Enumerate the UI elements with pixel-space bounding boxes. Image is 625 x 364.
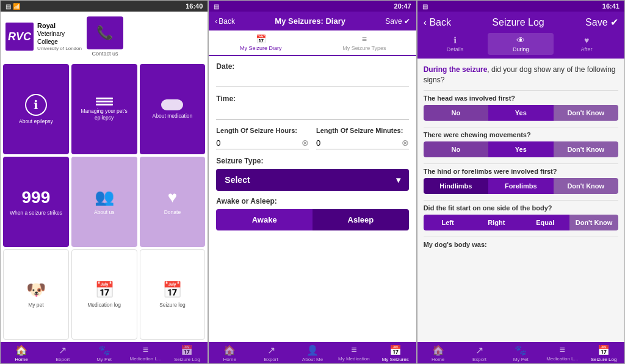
med-nav-label-1: Medication L... [129, 356, 161, 362]
hours-field: Length Of Seizure Hours: 0 ⊗ [216, 127, 309, 149]
during-tab-icon: 👁 [516, 35, 525, 45]
minutes-value: 0 [316, 138, 402, 148]
home-header: RVC Royal Veterinary College University … [1, 12, 208, 62]
nav-export-1[interactable]: ↗ Export [42, 344, 84, 362]
during-tab-label: During [513, 46, 529, 52]
q1-text: The head was involved first? [424, 95, 618, 102]
separator-4 [424, 237, 618, 237]
q3-dk-btn[interactable]: Don't Know [554, 178, 618, 194]
separator-0 [424, 90, 618, 91]
bottom-nav-3: 🏠 Home ↗ Export 🐾 My Pet ≡ Medication L.… [417, 342, 624, 363]
grid-item-seizure-log[interactable]: 📅 Seizure log [140, 249, 206, 340]
seizure-type-dropdown[interactable]: Select ▾ [216, 169, 408, 191]
diary-header: ‹ Back My Seizures: Diary Save ✔ [209, 12, 416, 30]
emergency-number: 999 [22, 188, 51, 207]
q2-no-btn[interactable]: No [424, 141, 488, 157]
q4-equal-btn[interactable]: Equal [521, 215, 569, 230]
awake-button[interactable]: Awake [216, 209, 312, 230]
pet-nav-label-1: My Pet [96, 357, 112, 362]
save-button-3[interactable]: Save ✔ [585, 16, 618, 28]
tab-details[interactable]: ℹ Details [422, 33, 488, 55]
med-cal-icon: 📅 [95, 280, 114, 299]
contact-label: Contact us [92, 51, 118, 57]
about-me-nav-icon-2: 👤 [306, 344, 319, 356]
grid-item-managing[interactable]: Managing your pet's epilepsy [71, 64, 137, 154]
q1-no-btn[interactable]: No [424, 105, 488, 121]
back-arrow-3: ‹ [424, 17, 427, 27]
diary-tab-label: My Seizure Diary [240, 45, 282, 51]
dog-icon: 🐶 [26, 280, 46, 299]
time-label: Time: [216, 95, 408, 103]
diary-tab-icon: 📅 [256, 34, 266, 44]
grid-item-med-log[interactable]: 📅 Medication log [71, 249, 137, 340]
date-label: Date: [216, 62, 408, 71]
nav-my-pet-3[interactable]: 🐾 My Pet [500, 344, 541, 362]
nav-export-3[interactable]: ↗ Export [459, 344, 500, 362]
nav-med-log-3[interactable]: ≡ Medication L... [541, 344, 583, 362]
question-chewing: There were chewing movements? No Yes Don… [424, 131, 618, 157]
pet-nav-icon-1: 🐾 [98, 344, 110, 356]
minutes-field: Length Of Seizure Minutes: 0 ⊗ [316, 127, 409, 149]
grid-item-my-pet[interactable]: 🐶 My pet [3, 249, 69, 340]
q3-answers: Hindlimbs Forelimbs Don't Know [424, 178, 618, 194]
tab-my-seizure-types[interactable]: ≡ My Seizure Types [312, 30, 416, 55]
grid-item-about-epilepsy[interactable]: ℹ About epilepsy [3, 64, 69, 154]
q1-yes-btn[interactable]: Yes [488, 105, 553, 121]
log-intro: During the seizure, did your dog show an… [424, 65, 618, 85]
hours-clear-btn[interactable]: ⊗ [302, 138, 309, 148]
q4-right-btn[interactable]: Right [472, 215, 521, 230]
grid-item-medication[interactable]: About medication [140, 64, 206, 154]
asleep-button[interactable]: Asleep [312, 209, 409, 230]
battery-icon-2: ▤ [214, 3, 219, 10]
diary-tabs: 📅 My Seizure Diary ≡ My Seizure Types [209, 30, 416, 56]
tab-after[interactable]: ♥ After [554, 33, 620, 55]
separator-3 [424, 200, 618, 201]
nav-my-pet-1[interactable]: 🐾 My Pet [84, 344, 125, 362]
nav-export-2[interactable]: ↗ Export [250, 344, 292, 362]
q2-dk-btn[interactable]: Don't Know [554, 141, 618, 157]
screen-seizure-log: ▤ 16:41 ‹ Back Seizure Log Save ✔ ℹ Deta… [417, 0, 625, 364]
signal-icon: 📶 [13, 3, 20, 10]
back-button-3[interactable]: ‹ Back [424, 17, 451, 28]
date-input[interactable] [216, 73, 408, 87]
nav-about-me-2[interactable]: 👤 About Me [292, 344, 333, 362]
nav-home-1[interactable]: 🏠 Home [1, 344, 42, 362]
contact-button[interactable]: 📞 [87, 16, 123, 49]
minutes-clear-btn[interactable]: ⊗ [402, 138, 409, 148]
q4-dk-btn[interactable]: Don't Know [569, 215, 618, 230]
time-input[interactable] [216, 105, 408, 120]
q3-forelimbs-btn[interactable]: Forelimbs [488, 178, 553, 194]
export-nav-label-3: Export [472, 357, 486, 362]
details-tab-label: Details [447, 46, 464, 52]
hours-value: 0 [216, 138, 302, 148]
grid-item-donate[interactable]: ♥ Donate [140, 157, 206, 247]
bottom-nav-1: 🏠 Home ↗ Export 🐾 My Pet ≡ Medication L.… [1, 342, 208, 363]
nav-my-seizures-2[interactable]: 📅 My Seizures [375, 344, 416, 362]
grid-item-about-us[interactable]: 👥 About us [71, 157, 137, 247]
list-icon [96, 98, 113, 105]
nav-seizure-1[interactable]: 📅 Seizure Log [166, 344, 208, 362]
rvc-logo: RVC Royal Veterinary College University … [5, 21, 82, 52]
rvc-text: Royal Veterinary College University of L… [37, 21, 82, 52]
tab-during[interactable]: 👁 During [488, 33, 554, 55]
nav-home-3[interactable]: 🏠 Home [417, 344, 459, 362]
q3-hindlimbs-btn[interactable]: Hindlimbs [424, 178, 488, 194]
q1-dk-btn[interactable]: Don't Know [554, 105, 618, 121]
awake-row: Awake Asleep [216, 209, 408, 230]
nav-seizure-log-3[interactable]: 📅 Seizure Log [583, 344, 624, 362]
med-nav-label-3: Medication L... [546, 356, 578, 362]
nav-med-1[interactable]: ≡ Medication L... [125, 344, 167, 362]
grid-item-emergency[interactable]: 999 When a seizure strikes [3, 157, 69, 247]
nav-home-2[interactable]: 🏠 Home [209, 344, 250, 362]
tab-my-seizure-diary[interactable]: 📅 My Seizure Diary [209, 30, 312, 56]
save-button-2[interactable]: Save ✔ [385, 17, 410, 26]
status-bar-3: ▤ 16:41 [417, 1, 624, 12]
last-question-label: My dog's body was: [424, 241, 618, 248]
back-button-2[interactable]: ‹ Back [215, 17, 235, 26]
q2-yes-btn[interactable]: Yes [488, 141, 553, 157]
heart-icon: ♥ [168, 188, 177, 207]
nav-my-med-2[interactable]: ≡ My Medication [333, 344, 375, 362]
save-check-icon-2: ✔ [404, 17, 410, 26]
q4-left-btn[interactable]: Left [424, 215, 472, 230]
back-label-2: Back [219, 17, 235, 26]
